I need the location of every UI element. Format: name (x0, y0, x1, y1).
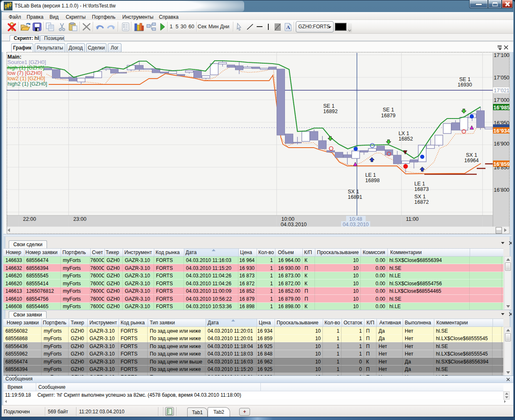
svg-text:A: A (286, 24, 290, 30)
svg-text:SE 1: SE 1 (383, 107, 394, 113)
svg-text:04.03.2010: 04.03.2010 (343, 222, 369, 227)
svg-text:17’100: 17’100 (494, 52, 510, 58)
svg-text:16’800: 16’800 (494, 187, 510, 193)
svg-text:17’021: 17’021 (494, 88, 510, 94)
svg-text:16852: 16852 (399, 136, 413, 142)
svg-text:17’000: 17’000 (494, 97, 510, 103)
svg-text:16891: 16891 (348, 194, 362, 200)
svg-text:16964: 16964 (464, 158, 479, 163)
svg-text:10:00: 10:00 (281, 216, 294, 222)
svg-text:SE 1: SE 1 (323, 103, 334, 109)
svg-text:16’985: 16’985 (493, 104, 510, 111)
svg-text:high2 (1) [GZH0]: high2 (1) [GZH0] (7, 81, 47, 87)
svg-text:16’900: 16’900 (494, 141, 510, 147)
svg-text:10:48: 10:48 (349, 216, 362, 222)
svg-text:17’050: 17’050 (494, 75, 510, 81)
svg-text:16898: 16898 (365, 178, 380, 183)
svg-text:LE 1: LE 1 (365, 172, 376, 178)
svg-text:16892: 16892 (323, 109, 338, 114)
svg-text:16’934: 16’934 (493, 128, 510, 134)
svg-text:SX 1: SX 1 (348, 189, 359, 195)
svg-text:SX 1: SX 1 (414, 194, 426, 200)
svg-text:16’859: 16’859 (493, 161, 510, 167)
svg-text:SX 1: SX 1 (466, 152, 477, 158)
svg-text:11:00: 11:00 (406, 216, 418, 222)
svg-text:LX 1: LX 1 (399, 131, 409, 136)
svg-text:SE 1: SE 1 (459, 77, 470, 82)
svg-text:16879: 16879 (381, 113, 396, 119)
svg-text:16930: 16930 (458, 82, 472, 88)
svg-text:LE 1: LE 1 (414, 181, 425, 187)
svg-text:22:00: 22:00 (23, 216, 36, 222)
svg-text:23:00: 23:00 (73, 216, 86, 222)
svg-text:16873: 16873 (414, 186, 429, 192)
svg-text:04.03.2010: 04.03.2010 (281, 222, 307, 227)
svg-text:16872: 16872 (414, 199, 429, 205)
